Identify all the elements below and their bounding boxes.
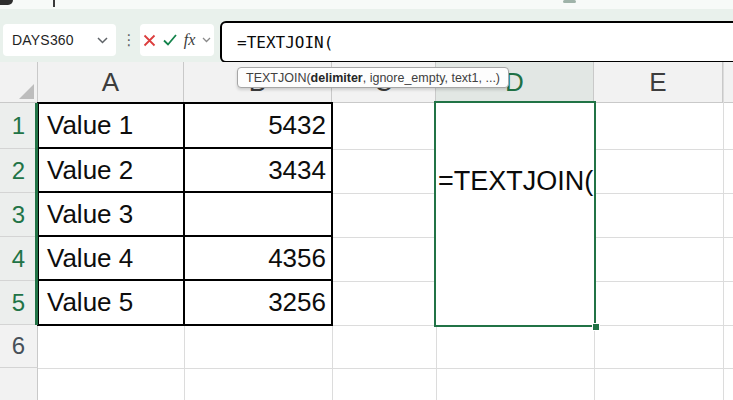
fill-handle[interactable]	[592, 323, 600, 331]
ribbon-fragment	[53, 0, 55, 7]
row-header-1[interactable]: 1	[0, 103, 38, 149]
row-header-6[interactable]: 6	[0, 325, 38, 368]
gridline	[723, 62, 724, 400]
cell-a2[interactable]: Value 2	[39, 149, 185, 193]
cell-b5[interactable]: 3256	[185, 281, 331, 324]
more-options-icon[interactable]: ⋮	[121, 24, 137, 56]
name-box[interactable]: DAYS360	[3, 24, 116, 56]
formula-bar: DAYS360 ⋮ fx =TEXTJOIN(	[0, 9, 733, 62]
cell-a4[interactable]: Value 4	[39, 237, 185, 281]
gridline	[594, 327, 595, 400]
row-header-3[interactable]: 3	[0, 193, 38, 237]
row-header-7-partial[interactable]	[0, 368, 38, 400]
tooltip-rest: , ignore_empty, text1, ...)	[363, 71, 500, 85]
insert-function-button[interactable]: fx	[184, 31, 196, 49]
data-range-a1-b5: Value 1 5432 Value 2 3434 Value 3 Value …	[37, 102, 333, 326]
row-header-4[interactable]: 4	[0, 237, 38, 281]
column-header-e[interactable]: E	[594, 62, 723, 103]
select-all-corner[interactable]	[0, 62, 38, 103]
name-box-value: DAYS360	[12, 32, 74, 48]
select-all-triangle-icon	[19, 84, 34, 99]
cell-b1[interactable]: 5432	[185, 104, 331, 149]
row-header-5[interactable]: 5	[0, 281, 38, 325]
gridline	[436, 327, 437, 400]
row-header-2[interactable]: 2	[0, 149, 38, 193]
cell-b3[interactable]	[185, 193, 331, 237]
gridline	[184, 326, 185, 400]
cancel-icon[interactable]	[143, 34, 156, 47]
active-cell-selection-d[interactable]: =TEXTJOIN(	[434, 101, 596, 327]
active-cell-formula-text: =TEXTJOIN(	[438, 166, 593, 197]
function-hint-tooltip: TEXTJOIN(delimiter, ignore_empty, text1,…	[237, 67, 509, 88]
cell-a5[interactable]: Value 5	[39, 281, 185, 324]
formula-text: =TEXTJOIN(	[222, 33, 333, 52]
gridline	[332, 326, 333, 400]
ribbon-fragment	[563, 0, 576, 3]
cell-b2[interactable]: 3434	[185, 149, 331, 193]
cell-b4[interactable]: 4356	[185, 237, 331, 281]
ribbon-fragment	[0, 0, 13, 5]
tooltip-active-param: delimiter	[311, 71, 363, 85]
gridline	[38, 368, 733, 369]
chevron-down-icon[interactable]	[97, 37, 108, 44]
chevron-down-icon[interactable]	[202, 37, 211, 43]
enter-check-icon[interactable]	[163, 34, 177, 46]
formula-input[interactable]: =TEXTJOIN(	[220, 21, 733, 63]
tooltip-prefix: TEXTJOIN(	[246, 71, 311, 85]
cell-a3[interactable]: Value 3	[39, 193, 185, 237]
column-header-a[interactable]: A	[38, 62, 184, 103]
ribbon-bottom-strip	[0, 0, 733, 9]
formula-controls: fx	[140, 24, 214, 56]
excel-window: DAYS360 ⋮ fx =TEXTJOIN(	[0, 0, 733, 400]
column-header-f-partial[interactable]	[723, 62, 733, 103]
cell-a1[interactable]: Value 1	[39, 104, 185, 149]
selected-rows-indicator	[35, 103, 38, 325]
